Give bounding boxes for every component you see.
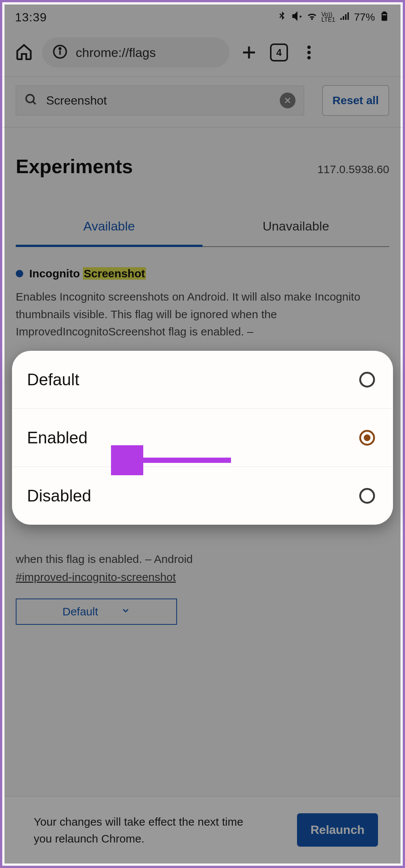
option-label: Default [27, 370, 79, 389]
radio-icon [359, 372, 375, 388]
flag-options-popup: Default Enabled Disabled [12, 351, 393, 525]
option-label: Disabled [27, 486, 91, 505]
option-disabled[interactable]: Disabled [12, 467, 393, 525]
radio-icon [359, 488, 375, 504]
radio-icon-selected [359, 430, 375, 446]
option-enabled[interactable]: Enabled [12, 409, 393, 467]
option-label: Enabled [27, 428, 87, 447]
option-default[interactable]: Default [12, 351, 393, 409]
